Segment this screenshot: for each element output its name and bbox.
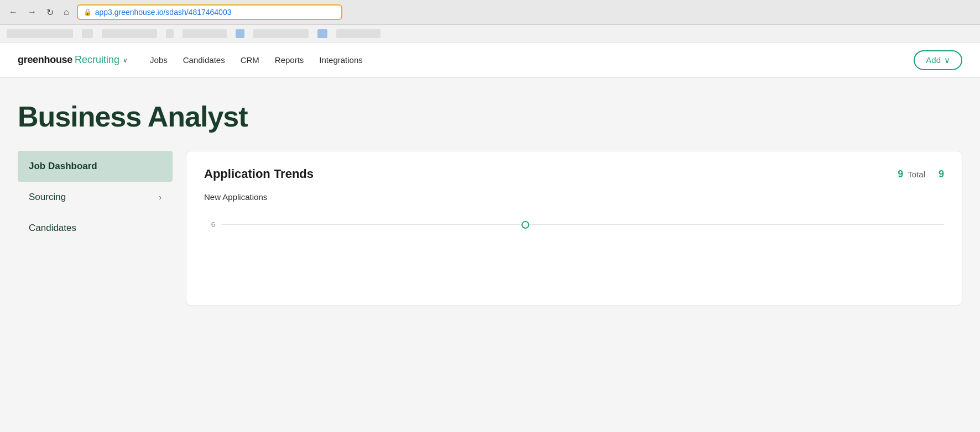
add-chevron-icon: ∨: [944, 55, 950, 65]
brand-chevron-icon[interactable]: ∨: [123, 56, 128, 64]
forward-button[interactable]: →: [25, 6, 39, 18]
page-title: Business Analyst: [18, 100, 962, 133]
nav-candidates[interactable]: Candidates: [183, 55, 225, 65]
url-display: app3.greenhouse.io/sdash/4817464003: [95, 8, 232, 17]
panel-title: Application Trends: [204, 167, 314, 181]
sidebar-job-dashboard-label: Job Dashboard: [29, 161, 97, 172]
nav-crm[interactable]: CRM: [241, 55, 259, 65]
refresh-button[interactable]: ↻: [44, 6, 56, 19]
main-panel: Application Trends 9 Total 9 New Applica…: [186, 151, 962, 305]
panel-stats: 9 Total 9: [898, 168, 944, 180]
sidebar-candidates-label: Candidates: [29, 223, 76, 234]
sidebar-item-sourcing[interactable]: Sourcing ›: [18, 182, 173, 213]
url-path: /sdash/4817464003: [163, 8, 231, 17]
page-content: Business Analyst Job Dashboard Sourcing …: [0, 78, 980, 323]
bookmark-5: [183, 29, 227, 38]
bookmark-4: [166, 29, 174, 38]
back-button[interactable]: ←: [7, 6, 20, 18]
sidebar-item-job-dashboard[interactable]: Job Dashboard: [18, 151, 173, 182]
add-button-label: Add: [926, 55, 941, 65]
chart-data-point: [522, 221, 529, 229]
bookmark-9: [336, 29, 380, 38]
home-button[interactable]: ⌂: [61, 6, 71, 18]
panel-header: Application Trends 9 Total 9: [204, 167, 944, 181]
bookmark-3: [102, 29, 157, 38]
bookmark-6: [236, 29, 244, 38]
sourcing-chevron-icon: ›: [159, 193, 161, 202]
bookmark-1: [7, 29, 73, 38]
chart-area: 6: [204, 215, 944, 229]
bookmarks-bar: [0, 25, 980, 43]
grid-line-track: [222, 224, 944, 225]
y-axis-label: 6: [204, 220, 215, 229]
left-sidebar: Job Dashboard Sourcing › Candidates: [18, 151, 173, 244]
total-label: Total: [908, 170, 925, 179]
sidebar-item-candidates[interactable]: Candidates: [18, 213, 173, 244]
bookmark-7: [253, 29, 309, 38]
top-nav: greenhouse Recruiting ∨ Jobs Candidates …: [0, 43, 980, 78]
brand-name: greenhouse: [18, 54, 72, 66]
url-domain: app3.greenhouse.io: [95, 8, 164, 17]
add-button[interactable]: Add ∨: [914, 50, 962, 70]
brand: greenhouse Recruiting ∨: [18, 54, 128, 66]
nav-reports[interactable]: Reports: [275, 55, 304, 65]
nav-links: Jobs Candidates CRM Reports Integrations: [150, 55, 363, 65]
nav-integrations[interactable]: Integrations: [319, 55, 362, 65]
sidebar-sourcing-label: Sourcing: [29, 192, 66, 203]
bookmark-2: [82, 29, 93, 38]
lock-icon: 🔒: [84, 8, 92, 16]
app-container: greenhouse Recruiting ∨ Jobs Candidates …: [0, 43, 980, 374]
chart-sublabel: New Applications: [204, 192, 944, 202]
active-count: 9: [939, 168, 944, 180]
total-count: 9: [898, 168, 903, 180]
chart-grid-line: 6: [204, 220, 944, 229]
bookmark-8: [317, 29, 327, 38]
nav-jobs[interactable]: Jobs: [150, 55, 168, 65]
content-layout: Job Dashboard Sourcing › Candidates Appl…: [18, 151, 962, 305]
brand-product: Recruiting: [75, 54, 119, 66]
browser-chrome: ← → ↻ ⌂ 🔒 app3.greenhouse.io/sdash/48174…: [0, 0, 980, 25]
address-bar[interactable]: 🔒 app3.greenhouse.io/sdash/4817464003: [77, 4, 342, 20]
